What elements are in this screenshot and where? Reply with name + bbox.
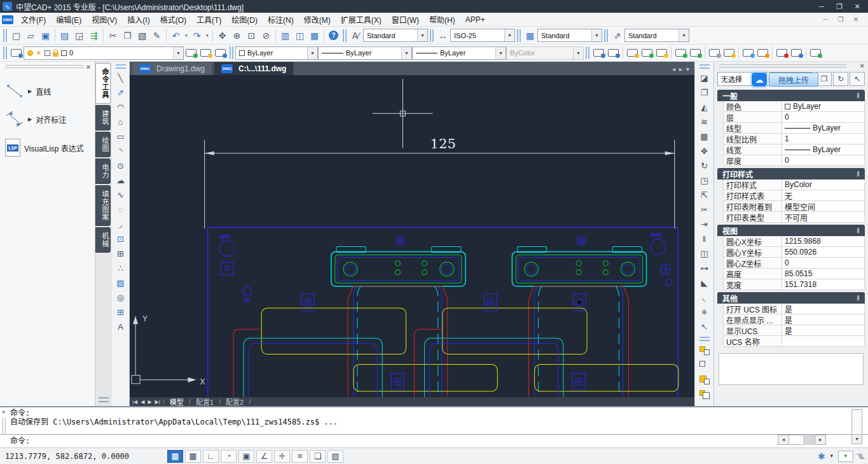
help-icon[interactable]: ?	[326, 29, 341, 43]
make-block-icon[interactable]: ⊞	[113, 246, 128, 261]
close-button[interactable]: ✕	[849, 1, 865, 11]
text-style-icon[interactable]: A⁄	[348, 29, 363, 43]
match-properties-icon[interactable]: ✎	[149, 29, 164, 43]
menu-modify[interactable]: 修改(M)	[299, 13, 336, 26]
command-vscrollbar[interactable]: ▼	[851, 409, 862, 444]
property-value[interactable]	[782, 336, 864, 346]
chevron-down-icon[interactable]: ▼	[679, 29, 689, 41]
redo-icon[interactable]: ↷	[189, 29, 204, 43]
rectangle-icon[interactable]: ▭	[113, 129, 128, 144]
menu-window[interactable]: 窗口(W)	[387, 13, 424, 26]
toolbar-grip[interactable]	[517, 29, 521, 42]
menu-draw[interactable]: 绘图(D)	[226, 13, 263, 26]
doc-minimize-button[interactable]: ─	[819, 15, 832, 24]
dwg-file-icon[interactable]: DWG	[2, 15, 13, 24]
grid-toggle-icon[interactable]: ▦	[185, 450, 201, 463]
dim-style-icon[interactable]: ↔	[436, 29, 450, 43]
scroll-thumb[interactable]	[789, 435, 803, 445]
layer-previous-icon[interactable]	[200, 49, 211, 57]
circle-icon[interactable]: ⊙	[113, 158, 128, 173]
scale-icon[interactable]: ◳	[697, 173, 712, 188]
menu-express[interactable]: 扩展工具(X)	[336, 13, 387, 26]
property-value[interactable]: 0	[782, 112, 864, 122]
drag-upload-button[interactable]: ☁ 拖拽上传	[751, 72, 818, 87]
toolbar-grip[interactable]	[699, 337, 710, 341]
menu-insert[interactable]: 插入(I)	[122, 13, 155, 26]
mleader-style-icon[interactable]: ⇗	[610, 29, 624, 43]
command-hscrollbar[interactable]: ◀ ▶	[778, 435, 826, 445]
property-value[interactable]: ByColor	[782, 179, 864, 190]
panel-close-icon[interactable]: ✕	[860, 62, 865, 69]
property-value[interactable]: 0	[782, 155, 864, 165]
mtext-icon[interactable]: A	[113, 320, 128, 334]
property-value[interactable]: 无	[782, 190, 864, 200]
doc-restore-button[interactable]: ❐	[834, 15, 847, 24]
property-value[interactable]: 是	[782, 304, 864, 314]
smart-select-icon[interactable]: ↖	[697, 320, 712, 334]
layer-on-icon[interactable]	[27, 50, 33, 56]
gear-icon[interactable]: ✱	[818, 451, 825, 461]
property-value[interactable]: ByLayer	[782, 101, 864, 111]
move-icon[interactable]: ✥	[697, 144, 712, 158]
layer-merge-icon[interactable]	[810, 49, 821, 57]
quick-select-icon[interactable]: ❐	[816, 72, 832, 86]
clean-screen-toggle-icon[interactable]: ▧	[327, 450, 343, 463]
mleader-style-combo[interactable]: Standard ▼	[624, 29, 689, 42]
palette-tabs-grip[interactable]	[99, 397, 109, 402]
redo-dropdown-icon[interactable]: ▾	[204, 29, 210, 43]
property-value[interactable]: 550.0926	[782, 247, 864, 257]
menu-edit[interactable]: 编辑(E)	[51, 13, 86, 26]
break-icon[interactable]: ◫	[697, 246, 712, 261]
select-objects-icon[interactable]: ↻	[833, 72, 848, 86]
menu-tools[interactable]: 工具(T)	[191, 13, 226, 26]
property-value[interactable]: ByLayer	[782, 144, 864, 155]
tool-palettes-icon[interactable]: ▦	[307, 29, 322, 43]
trim-icon[interactable]: ✂	[697, 202, 712, 217]
zoom-realtime-icon[interactable]: ⊕	[230, 29, 244, 43]
property-value[interactable]: 不可用	[782, 212, 864, 222]
chevron-down-icon[interactable]: ▼	[829, 453, 834, 459]
dim-style-combo[interactable]: ISO-25 ▼	[450, 29, 515, 42]
table-style-combo[interactable]: Standard ▼	[537, 29, 602, 42]
arc-icon[interactable]: ◝	[113, 144, 128, 158]
print-preview-icon[interactable]: ◲	[72, 29, 86, 43]
property-value[interactable]: 模型空间	[782, 201, 864, 211]
toolbar-grip[interactable]	[586, 46, 589, 59]
menu-app-plus[interactable]: APP+	[460, 14, 490, 25]
restore-button[interactable]: ❐	[831, 1, 848, 11]
pan-icon[interactable]: ✥	[215, 29, 230, 43]
layer-thaw-icon[interactable]: ☀	[36, 49, 42, 57]
otrack-toggle-icon[interactable]: ∠	[256, 450, 272, 463]
send-to-back-icon[interactable]	[697, 358, 712, 372]
layer-combo[interactable]: ☀ 0 ▼	[24, 46, 184, 60]
text-style-combo[interactable]: Standard ▼	[363, 29, 428, 42]
copy-icon[interactable]: ❐	[120, 29, 135, 43]
toolbar-grip[interactable]	[116, 64, 126, 69]
section-header[interactable]: 一般 ∧∧	[717, 90, 865, 101]
bring-above-icon[interactable]	[697, 372, 712, 387]
table-style-icon[interactable]: ▦	[523, 29, 537, 43]
annotation-scale-icon[interactable]: ▼	[838, 451, 853, 462]
spline-icon[interactable]: ∿	[113, 188, 128, 202]
toggle-pickadd-icon[interactable]: ↖	[850, 72, 865, 86]
tab-scroll-left-icon[interactable]: ◂	[672, 66, 675, 73]
section-header[interactable]: 其他 ∧∧	[717, 292, 865, 304]
palette-item-visuallisp[interactable]: LSP VisualLisp 表达式	[0, 133, 95, 162]
drawing-canvas[interactable]: 125 Y X	[130, 75, 694, 397]
save-icon[interactable]: ▣	[38, 29, 53, 43]
fillet-icon[interactable]: ◟	[697, 290, 712, 305]
palette-item-aligned-dim[interactable]: ▶ 对齐标注	[0, 105, 95, 133]
layer-states-icon[interactable]	[186, 49, 196, 57]
layer-translate-icon[interactable]	[215, 49, 226, 57]
scroll-left-icon[interactable]: ◀	[778, 435, 789, 445]
chevron-down-icon[interactable]: ▼	[495, 47, 506, 59]
undo-icon[interactable]: ↶	[169, 29, 183, 43]
chevron-down-icon[interactable]: ▼	[307, 47, 317, 59]
property-value[interactable]: 1	[782, 134, 864, 144]
layer-freeze-icon[interactable]	[743, 49, 754, 57]
copy-object-icon[interactable]: ❐	[697, 85, 712, 100]
model-space-toggle-icon[interactable]: ❏	[310, 450, 326, 463]
ellipse-icon[interactable]: ◌	[113, 202, 128, 217]
line-icon[interactable]: ╲	[113, 71, 128, 85]
bring-to-front-icon[interactable]	[697, 343, 712, 358]
